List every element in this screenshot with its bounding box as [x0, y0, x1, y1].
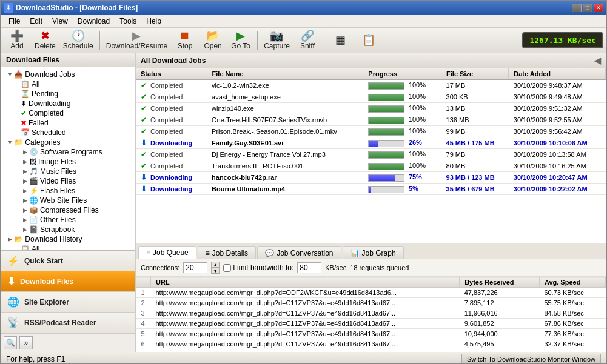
col-dateadded[interactable]: Date Added — [509, 68, 606, 80]
tree-other[interactable]: ▶ 📄 Other Files — [1, 215, 135, 225]
tree-failed[interactable]: ✖ Failed — [1, 118, 135, 128]
table-row[interactable]: ⬇ Downloading Family.Guy.S03E01.avi 26% … — [136, 137, 606, 149]
maximize-button[interactable]: □ — [583, 4, 592, 12]
minimize-button[interactable]: ─ — [572, 4, 582, 12]
stop-button[interactable]: ⏹ Stop — [172, 30, 198, 51]
add-button[interactable]: ➕ Add — [4, 30, 30, 51]
job-table-row[interactable]: 6 http://www.megaupload.com/mgr_dl.php?d… — [136, 339, 606, 349]
nav-rss-reader[interactable]: 📡 RSS/Podcast Reader — [1, 313, 135, 333]
nav-download-files[interactable]: ⬇ Download Files — [1, 271, 135, 292]
sidebar-expand-button[interactable]: » — [19, 336, 33, 349]
tree-download-history[interactable]: ▶ 📂 Download History — [1, 234, 135, 244]
delete-button[interactable]: ✖ Delete — [32, 30, 59, 51]
table-row[interactable]: ⬇ Downloading hancock-blu742p.rar 75% 93… — [136, 172, 606, 184]
tree-pending[interactable]: ⏳ Pending — [1, 89, 135, 99]
tree-software[interactable]: ▶ 💿 Software Programs — [1, 147, 135, 157]
expand-history[interactable]: ▶ — [5, 236, 14, 242]
bandwidth-checkbox[interactable] — [223, 264, 231, 272]
switch-monitor-button[interactable]: Switch To DownloadStudio Monitor Window — [461, 354, 601, 365]
menu-view[interactable]: View — [47, 16, 73, 27]
expand-other[interactable]: ▶ — [21, 217, 29, 223]
menu-help[interactable]: Help — [141, 16, 166, 27]
col-avg-speed[interactable]: Avg. Speed — [539, 277, 605, 288]
capture-button[interactable]: 📷 Capture — [261, 30, 293, 51]
col-url[interactable]: URL — [151, 277, 460, 288]
open-button[interactable]: 📂 Open — [200, 30, 226, 51]
connections-down[interactable]: ▼ — [211, 268, 220, 274]
tree-download-jobs[interactable]: ▼ 📥 Download Jobs — [1, 70, 135, 79]
col-filesize[interactable]: File Size — [441, 68, 509, 80]
sidebar-search-button[interactable]: 🔍 — [4, 336, 17, 349]
nav-site-explorer[interactable]: 🌐 Site Explorer — [1, 292, 135, 313]
expand-software[interactable]: ▶ — [21, 149, 29, 155]
tree-image[interactable]: ▶ 🖼 Image Files — [1, 157, 135, 167]
filesize-cell: 80 MB — [441, 160, 509, 172]
nav-quick-start[interactable]: ⚡ Quick Start — [1, 251, 135, 271]
tree-completed[interactable]: ✔ Completed — [1, 108, 135, 118]
tree-categories[interactable]: ▼ 📁 Categories — [1, 137, 135, 147]
job-table-row[interactable]: 4 http://www.megaupload.com/mgr_dl.php?d… — [136, 319, 606, 329]
expand-categories[interactable]: ▼ — [5, 139, 14, 145]
tab-job-queue[interactable]: ≡ Job Queue — [138, 246, 196, 259]
table-row[interactable]: ✔ Completed avast_home_setup.exe 100% 30… — [136, 91, 606, 103]
tab-job-graph[interactable]: 📊 Job Graph — [343, 246, 404, 259]
table-row[interactable]: ✔ Completed winzip140.exe 100% 13 MB 30/… — [136, 103, 606, 114]
table-row[interactable]: ✔ Completed Dj Energy - Energy Trance Vo… — [136, 149, 606, 160]
tree-video[interactable]: ▶ 🎬 Video Files — [1, 176, 135, 186]
job-table-row[interactable]: 3 http://www.megaupload.com/mgr_dl.php?d… — [136, 308, 606, 319]
expand-music[interactable]: ▶ — [21, 168, 29, 174]
table-row[interactable]: ⬇ Downloading Bourne Ultimatum.mp4 5% 35… — [136, 184, 606, 195]
tree-all[interactable]: 📋 All — [1, 79, 135, 89]
table-row[interactable]: ✔ Completed One.Tree.Hill.S07E07.SeriesT… — [136, 114, 606, 126]
expand-scrapbook[interactable]: ▶ — [21, 227, 29, 233]
status-icon: ✔ — [141, 81, 147, 90]
job-table-row[interactable]: 1 http://www.megaupload.com/mgr_dl.php?d… — [136, 288, 606, 298]
expand-website[interactable]: ▶ — [21, 197, 29, 204]
tree-website[interactable]: ▶ 🌐 Web Site Files — [1, 196, 135, 205]
close-button[interactable]: ✕ — [594, 4, 603, 12]
tree-downloading[interactable]: ⬇ Downloading — [1, 99, 135, 108]
connections-input[interactable] — [183, 262, 207, 273]
tab-job-details[interactable]: ≡ Job Details — [198, 246, 256, 259]
job-table-row[interactable]: 5 http://www.megaupload.com/mgr_dl.php?d… — [136, 329, 606, 339]
tree-scheduled[interactable]: 📅 Scheduled — [1, 128, 135, 137]
table-row[interactable]: ✔ Completed Prison.Break.-.Season.01.Epi… — [136, 126, 606, 137]
goto-button[interactable]: ▶ Go To — [227, 30, 254, 51]
expand-download-jobs[interactable]: ▼ — [5, 71, 14, 78]
expand-video[interactable]: ▶ — [21, 178, 29, 184]
sniff-button[interactable]: 🔗 Sniff — [294, 30, 321, 51]
table-row[interactable]: ✔ Completed Transformers II - ROTF.iso.0… — [136, 160, 606, 172]
download-resume-button[interactable]: ▶ Download/Resume — [103, 30, 170, 51]
tree-scrapbook[interactable]: ▶ 📓 Scrapbook — [1, 225, 135, 234]
tree-music[interactable]: ▶ 🎵 Music Files — [1, 167, 135, 176]
content-header-icon[interactable]: ◀ — [594, 56, 601, 65]
connections-up[interactable]: ▲ — [211, 262, 220, 268]
tree-history-all[interactable]: 📋 All — [1, 244, 135, 250]
menu-file[interactable]: File — [4, 16, 25, 27]
col-progress[interactable]: Progress — [363, 68, 441, 80]
tree-flash[interactable]: ▶ ⚡ Flash Files — [1, 186, 135, 196]
job-table-row[interactable]: 2 http://www.megaupload.com/mgr_dl.php?d… — [136, 298, 606, 308]
bandwidth-input[interactable] — [297, 262, 321, 273]
col-bytes[interactable]: Bytes Received — [460, 277, 540, 288]
capture-icon: 📷 — [270, 30, 283, 41]
expand-flash[interactable]: ▶ — [21, 188, 29, 194]
tab-job-conversation[interactable]: 💬 Job Conversation — [257, 246, 341, 259]
job-url-cell: http://www.megaupload.com/mgr_dl.php?d=O… — [151, 288, 460, 298]
copy-button[interactable]: 📋 — [355, 30, 382, 51]
table-row[interactable]: ✔ Completed vlc-1.0.2-win32.exe 100% 17 … — [136, 80, 606, 91]
tree-compressed[interactable]: ▶ 📦 Compressed Files — [1, 205, 135, 215]
job-table-row[interactable]: 7 http://www.megaupload.com/mgr_dl.php?d… — [136, 349, 606, 352]
menu-edit[interactable]: Edit — [25, 16, 47, 27]
expand-compressed[interactable]: ▶ — [21, 207, 29, 213]
expand-image[interactable]: ▶ — [21, 159, 29, 165]
download-table: Status File Name Progress File Size Date… — [136, 68, 606, 243]
menu-tools[interactable]: Tools — [115, 16, 141, 27]
schedule-button[interactable]: 🕐 Schedule — [60, 30, 96, 51]
col-filename[interactable]: File Name — [207, 68, 363, 80]
grid-button[interactable]: ▦ — [327, 30, 354, 51]
stop-label: Stop — [178, 42, 193, 50]
copy-icon: 📋 — [362, 35, 375, 45]
menu-download[interactable]: Download — [73, 16, 115, 27]
col-status[interactable]: Status — [136, 68, 207, 80]
